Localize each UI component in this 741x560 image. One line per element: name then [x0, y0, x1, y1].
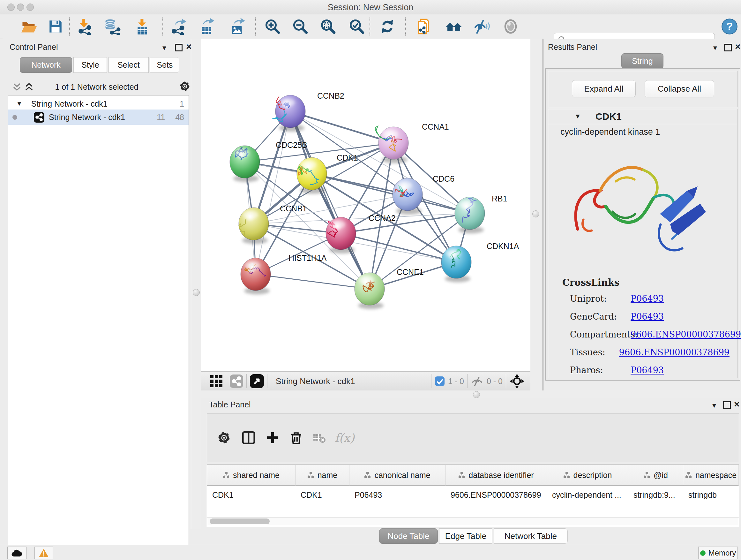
tab-network-table[interactable]: Network Table: [494, 528, 568, 544]
gear-icon[interactable]: [179, 80, 191, 92]
zoom-selected-button[interactable]: [348, 17, 366, 36]
right-splitter[interactable]: [530, 39, 542, 398]
hidden-eye-icon[interactable]: [471, 375, 483, 388]
column-header-shared-name[interactable]: shared name: [207, 465, 295, 486]
crosslink-label: Pharos:: [570, 365, 630, 375]
export-image-button[interactable]: [228, 17, 246, 36]
tab-string[interactable]: String: [621, 53, 664, 69]
open-file-button[interactable]: [20, 17, 38, 36]
network-node-ccnb2[interactable]: CCNB2: [273, 91, 344, 132]
right-splitter-handle[interactable]: [532, 210, 539, 217]
column-header-canonical-name[interactable]: canonical name: [349, 465, 446, 486]
cloud-button[interactable]: [7, 547, 26, 559]
column-header-database-identifier[interactable]: database identifier: [446, 465, 547, 486]
tab-node-table[interactable]: Node Table: [379, 528, 438, 544]
import-network-file-button[interactable]: [76, 17, 94, 36]
apply-layout-button[interactable]: [379, 17, 396, 36]
node-card-header[interactable]: ▼ CDK1: [548, 109, 737, 124]
column-header-name[interactable]: name: [295, 465, 349, 486]
node-label-cdc6: CDC6: [433, 174, 455, 183]
column-header-namespace[interactable]: namespace: [683, 465, 739, 486]
table-cell[interactable]: cyclin-dependent ...: [547, 487, 628, 503]
float-panel-icon[interactable]: [724, 44, 732, 51]
table-cell[interactable]: CDK1: [207, 487, 295, 503]
import-network-database-button[interactable]: [104, 17, 121, 36]
network-collection-row[interactable]: ▼ String Network - cdk1 1: [8, 98, 189, 110]
string-home-button[interactable]: [445, 17, 463, 36]
tab-sets[interactable]: Sets: [150, 57, 179, 73]
birdseye-toggle-icon[interactable]: [250, 374, 264, 388]
horizontal-splitter-handle[interactable]: [473, 391, 480, 398]
tab-select[interactable]: Select: [109, 57, 149, 73]
node-label-rb1: RB1: [492, 194, 508, 203]
zoom-fit-button[interactable]: [319, 17, 337, 36]
delete-column-icon[interactable]: [289, 430, 304, 445]
scrollbar-thumb[interactable]: [210, 518, 270, 524]
zoom-in-button[interactable]: [264, 17, 281, 36]
close-panel-icon[interactable]: ×: [735, 41, 741, 52]
crosslink-value-link[interactable]: 9606.ENSP00000378699: [630, 329, 741, 339]
table-cell[interactable]: CDK1: [295, 487, 349, 503]
crosslink-value-link[interactable]: 9606.ENSP00000378699: [619, 348, 730, 357]
collapse-all-button[interactable]: Collapse All: [645, 80, 714, 98]
show-columns-icon[interactable]: [241, 430, 256, 445]
crosslink-label: Tissues:: [570, 348, 619, 357]
crosslink-value-link[interactable]: P06493: [630, 294, 664, 304]
network-node-cdk1[interactable]: CDK1: [297, 153, 358, 194]
network-node-rb1[interactable]: RB1: [455, 194, 508, 233]
share-view-icon[interactable]: [230, 374, 243, 388]
float-panel-icon[interactable]: [723, 401, 731, 409]
save-session-button[interactable]: [47, 17, 64, 36]
pan-crosshair-icon[interactable]: [509, 374, 525, 389]
crosslink-value-link[interactable]: P06493: [630, 312, 664, 321]
tab-network[interactable]: Network: [20, 57, 72, 73]
selected-checkbox-icon[interactable]: [434, 376, 445, 386]
network-view-canvas[interactable]: CCNB2CCNA1CDC25BCDK1CDC6RB1CCNB1CCNA2CDK…: [201, 39, 531, 371]
network-node-cdc6[interactable]: CDC6: [393, 174, 455, 214]
tab-edge-table[interactable]: Edge Table: [439, 528, 492, 544]
collection-expander-icon[interactable]: ▼: [16, 100, 22, 107]
table-cell[interactable]: stringdb: [683, 487, 739, 503]
column-header--id[interactable]: @id: [628, 465, 683, 486]
string-network-graph[interactable]: CCNB2CCNA1CDC25BCDK1CDC6RB1CCNB1CCNA2CDK…: [201, 39, 530, 371]
network-node-cdkn1a[interactable]: CDKN1A: [441, 242, 519, 282]
delete-table-icon: [312, 430, 327, 445]
import-table-file-button[interactable]: [133, 17, 151, 36]
memory-button[interactable]: Memory: [698, 547, 738, 559]
table-panel-title: Table Panel: [209, 400, 251, 409]
network-node-ccna1[interactable]: CCNA1: [375, 122, 449, 163]
grid-view-icon[interactable]: [210, 375, 223, 388]
table-cell[interactable]: stringdb:9...: [628, 487, 683, 503]
network-node-hist1h1a[interactable]: HIST1H1A: [241, 253, 327, 294]
table-panel-menu-icon[interactable]: ▼: [711, 402, 718, 409]
network-node-ccna2[interactable]: CCNA2: [326, 213, 396, 253]
collapse-section-icon[interactable]: ▼: [575, 112, 581, 120]
crosslink-value-link[interactable]: P06493: [630, 365, 664, 375]
tab-style[interactable]: Style: [73, 57, 107, 73]
export-network-button[interactable]: [170, 17, 188, 36]
float-panel-icon[interactable]: [175, 44, 183, 51]
left-splitter[interactable]: [191, 39, 201, 530]
close-panel-icon[interactable]: ×: [734, 399, 740, 410]
table-cell[interactable]: 9606.ENSP00000378699: [446, 487, 547, 503]
table-horizontal-scrollbar[interactable]: [207, 517, 739, 526]
render-detail-button[interactable]: [502, 17, 520, 36]
help-button[interactable]: ?: [721, 17, 738, 36]
expand-all-button[interactable]: Expand All: [572, 80, 636, 98]
network-node-ccnb1[interactable]: CCNB1: [239, 204, 307, 244]
hide-graphics-button[interactable]: [473, 17, 490, 36]
left-splitter-handle[interactable]: [193, 289, 200, 296]
zoom-out-button[interactable]: [291, 17, 309, 36]
network-row[interactable]: String Network - cdk1 11 48: [8, 110, 189, 125]
results-panel-menu-icon[interactable]: ▼: [712, 44, 718, 52]
table-cell[interactable]: P06493: [349, 487, 446, 503]
column-header-description[interactable]: description: [547, 465, 628, 486]
export-table-button[interactable]: [198, 17, 216, 36]
share-document-button[interactable]: [416, 17, 434, 36]
memory-status-dot: [700, 550, 705, 556]
warning-button[interactable]: [35, 547, 53, 559]
table-gear-icon[interactable]: [217, 430, 231, 445]
control-panel-menu-icon[interactable]: ▼: [161, 44, 167, 52]
horizontal-splitter[interactable]: [201, 390, 741, 398]
add-column-icon[interactable]: [265, 430, 280, 445]
